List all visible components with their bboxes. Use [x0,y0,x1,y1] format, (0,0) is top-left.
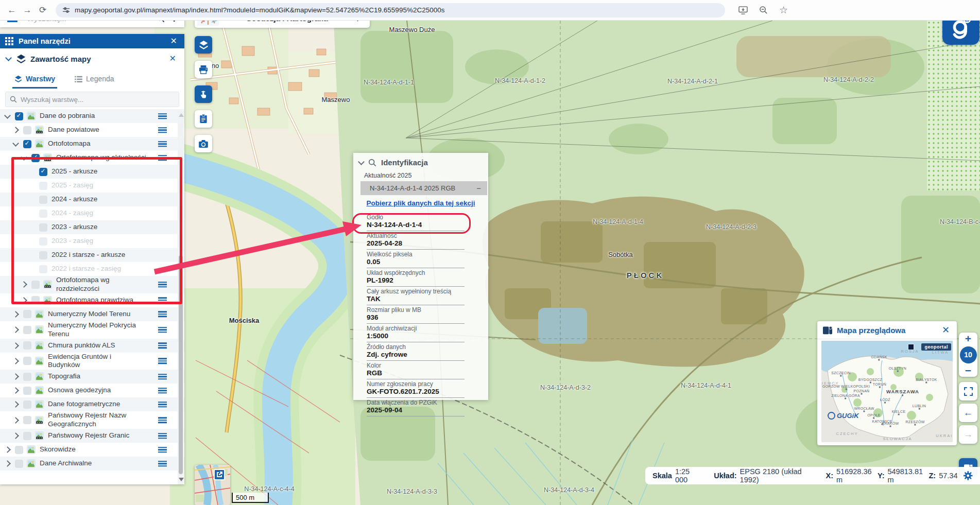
layer-checkbox[interactable] [15,112,23,120]
scroll-up-icon[interactable] [179,113,184,117]
site-settings-icon[interactable] [62,6,70,14]
layer-row[interactable]: 2025 - zasięg [0,179,184,193]
layer-checkbox[interactable] [39,168,47,176]
layer-row[interactable]: 2024 - arkusze [0,193,184,206]
layer-checkbox[interactable] [23,341,31,350]
identify-chevron-icon[interactable] [358,159,365,165]
layer-menu-icon[interactable] [158,297,167,305]
layer-row[interactable]: Państwowy Rejestr Nazw Geograficznych [0,411,184,429]
clipboard-tool-button[interactable] [195,110,212,128]
layer-menu-icon[interactable] [158,416,167,424]
layer-row[interactable]: Topografia [0,370,184,384]
layer-checkbox[interactable] [39,237,47,246]
layer-row[interactable]: Numeryczny Model Terenu [0,307,184,321]
layer-row[interactable]: Ortofotomapa [0,137,184,151]
expand-chevron-icon[interactable] [12,140,19,147]
layer-checkbox[interactable] [31,296,40,304]
scroll-down-icon[interactable] [179,478,184,481]
layer-checkbox[interactable] [23,373,31,381]
layer-checkbox[interactable] [39,210,47,218]
layer-menu-icon[interactable] [158,400,167,409]
expand-chevron-icon[interactable] [12,417,19,424]
layer-row[interactable]: Skorowidze [0,443,184,457]
layer-row[interactable]: Numeryczny Model Pokrycia Terenu [0,321,184,339]
layer-checkbox[interactable] [23,432,31,440]
layer-menu-icon[interactable] [158,310,167,319]
layer-row[interactable]: 2023 - zasięg [0,234,184,248]
scrollbar-thumb[interactable] [179,255,183,474]
layer-checkbox[interactable] [39,182,47,190]
tools-panel-close-icon[interactable]: ✕ [168,36,179,46]
layer-row[interactable]: 2022 i starsze - arkusze [0,248,184,262]
zoom-in-button[interactable]: + [965,334,971,344]
layer-row[interactable]: 2024 - zasięg [0,206,184,220]
layer-row[interactable]: Dane fotogrametryczne [0,397,184,411]
layer-checkbox[interactable] [39,223,47,232]
next-extent-button[interactable]: → [959,425,977,444]
download-section-link[interactable]: Pobierz plik danych dla tej sekcji [367,199,475,207]
layer-checkbox[interactable] [39,265,47,273]
layer-checkbox[interactable] [31,281,40,289]
expand-chevron-icon[interactable] [12,432,19,439]
layer-row[interactable]: Dane do pobrania [0,109,184,123]
install-app-icon[interactable] [738,6,748,14]
browser-forward-icon[interactable]: → [20,5,35,15]
layer-checkbox[interactable] [23,326,31,334]
layer-menu-icon[interactable] [158,357,167,365]
layer-row[interactable]: 2025 - arkusze [0,165,184,179]
layer-row[interactable]: Państwowy Rejestr Granic [0,429,184,443]
expand-chevron-icon[interactable] [12,127,19,133]
print-tool-button[interactable] [195,61,212,78]
zoom-page-icon[interactable] [759,6,768,14]
layer-checkbox[interactable] [23,357,31,365]
layer-row[interactable]: 2023 - arkusze [0,220,184,234]
layer-menu-icon[interactable] [158,373,167,381]
browser-reload-icon[interactable]: ⟳ [35,5,50,15]
layer-checkbox[interactable] [23,387,31,395]
tab-legenda[interactable]: Legenda [75,69,114,89]
layer-row[interactable]: Osnowa geodezyjna [0,384,184,397]
expand-chevron-icon[interactable] [12,358,19,364]
expand-chevron-icon[interactable] [4,460,11,467]
collapse-icon[interactable]: − [476,184,481,193]
expand-chevron-icon[interactable] [12,387,19,394]
layer-row[interactable]: Dane powiatowe [0,123,184,137]
layers-tool-button[interactable] [195,36,212,54]
map-contents-close-icon[interactable]: ✕ [167,54,178,64]
layer-menu-icon[interactable] [158,326,167,334]
browser-back-icon[interactable]: ← [4,5,20,15]
layer-row[interactable]: Ortofotomapa wg aktualności [0,151,184,165]
layer-menu-icon[interactable] [158,281,167,289]
previous-extent-button[interactable]: ← [959,404,977,422]
layer-menu-icon[interactable] [158,154,167,162]
address-bar[interactable]: mapy.geoportal.gov.pl/imapnext/imap/inde… [56,3,725,18]
expand-chevron-icon[interactable] [12,311,19,318]
open-basemap-panel-icon[interactable] [214,469,225,480]
layer-checkbox[interactable] [31,154,40,162]
layer-checkbox[interactable] [23,126,31,134]
overview-close-icon[interactable]: ✕ [940,324,952,336]
fullscreen-button[interactable] [959,382,977,400]
expand-chevron-icon[interactable] [12,326,19,333]
screenshot-tool-button[interactable] [195,135,212,152]
layer-checkbox[interactable] [15,460,23,468]
zoom-out-button[interactable]: − [965,365,971,376]
layer-row[interactable]: Ewidencja Gruntów i Budynków [0,353,184,370]
identify-tool-button[interactable] [195,85,212,103]
identify-item-header[interactable]: N-34-124-A-d-1-4 2025 RGB − [360,181,487,195]
layer-menu-icon[interactable] [158,112,167,120]
layer-checkbox[interactable] [23,416,31,424]
layer-menu-icon[interactable] [158,446,167,454]
expand-chevron-icon[interactable] [4,446,11,453]
settings-gear-icon[interactable] [964,471,972,481]
layer-checkbox[interactable] [39,251,47,259]
layer-checkbox[interactable] [23,400,31,409]
section-chevron-icon[interactable] [5,55,12,61]
expand-chevron-icon[interactable] [12,342,19,349]
layer-menu-icon[interactable] [158,460,167,468]
expand-chevron-icon[interactable] [21,154,27,161]
layer-row[interactable]: 2022 i starsze - zasięg [0,262,184,276]
overview-map[interactable]: GDAŃSKOLSZTYNSZCZECINBYDGOSZCZTORUŃBIAŁY… [821,341,953,442]
layer-row[interactable]: Ortofotomapa wg rozdzielczości [0,276,184,293]
layer-checkbox[interactable] [15,446,23,454]
